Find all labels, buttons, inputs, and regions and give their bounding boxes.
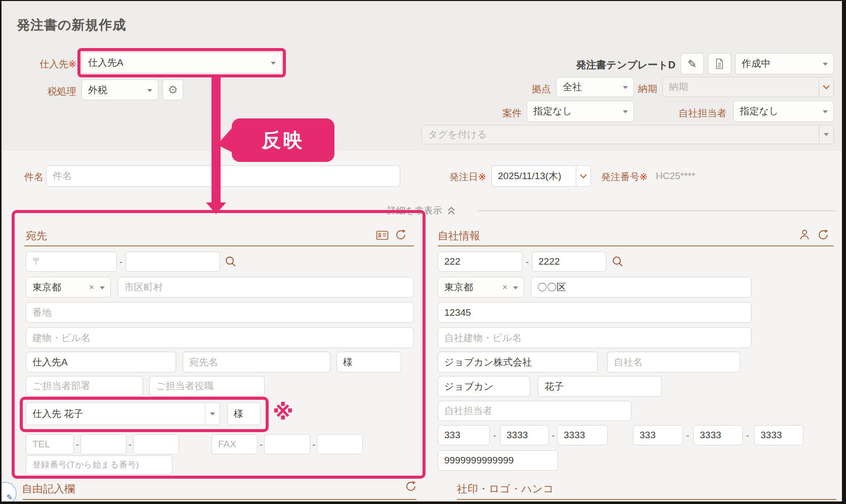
- chevron-down-icon: [822, 85, 830, 90]
- stamp-section-title: 社印・ロゴ・ハンコ: [457, 482, 554, 496]
- recipient-dept-input[interactable]: [26, 376, 143, 396]
- own-street-input[interactable]: [438, 302, 751, 323]
- delivery-date-field[interactable]: [662, 77, 834, 97]
- supplier-select[interactable]: 仕入先A: [81, 52, 282, 73]
- recipient-postal2-input[interactable]: [125, 251, 220, 272]
- search-icon[interactable]: [611, 255, 624, 268]
- edit-template-button[interactable]: [681, 53, 704, 74]
- base-value: 全社: [563, 80, 582, 94]
- own-building-input[interactable]: [438, 327, 751, 348]
- recipient-tel1-input[interactable]: [26, 434, 74, 454]
- clear-icon[interactable]: [502, 282, 507, 292]
- recipient-contact-select[interactable]: 仕入先 花子: [26, 402, 220, 425]
- own-postal2-input[interactable]: [532, 251, 606, 272]
- own-company-name-input[interactable]: [607, 352, 740, 372]
- own-fax2-input[interactable]: [693, 425, 743, 445]
- dash: -: [119, 257, 122, 268]
- contact-dropdown-button[interactable]: [205, 403, 220, 425]
- clear-icon[interactable]: [89, 282, 94, 292]
- order-date-input[interactable]: [492, 166, 576, 186]
- refresh-icon[interactable]: [818, 229, 830, 241]
- recipient-fax3-input[interactable]: [317, 434, 363, 454]
- recipient-building-input[interactable]: [26, 327, 414, 348]
- own-rep-input[interactable]: [438, 401, 631, 421]
- recipient-tel3-input[interactable]: [133, 434, 179, 454]
- stamp-button[interactable]: [724, 502, 760, 504]
- stamp-button[interactable]: [763, 502, 798, 504]
- hide-details-label: 詳細を非表示: [387, 204, 442, 217]
- own-rep-select[interactable]: 指定なし: [733, 101, 834, 122]
- dash: -: [686, 430, 689, 441]
- recipient-role-input[interactable]: [149, 376, 265, 396]
- project-select[interactable]: 指定なし: [527, 101, 634, 122]
- subject-input[interactable]: [46, 165, 400, 187]
- section-rule: [24, 245, 414, 246]
- order-number-value: HC25****: [656, 171, 695, 182]
- refresh-icon[interactable]: [405, 480, 417, 492]
- refresh-icon[interactable]: [395, 229, 407, 241]
- tag-field[interactable]: [421, 125, 834, 144]
- chevron-down-icon: [623, 86, 628, 89]
- own-tel2-input[interactable]: [500, 425, 549, 445]
- own-fax1-input[interactable]: [633, 425, 683, 445]
- document-button[interactable]: [708, 53, 731, 74]
- own-rep-value: 指定なし: [740, 105, 779, 118]
- own-tel3-input[interactable]: [557, 425, 608, 445]
- base-select[interactable]: 全社: [556, 77, 634, 97]
- divider: [14, 211, 380, 211]
- own-postal1-input[interactable]: [438, 251, 523, 272]
- recipient-contact-honorific-input[interactable]: [227, 402, 261, 425]
- dash: -: [76, 439, 79, 450]
- recipient-honorific-input[interactable]: [336, 352, 401, 372]
- own-firstname-input[interactable]: [538, 376, 662, 397]
- hide-details-toggle[interactable]: 詳細を非表示: [387, 204, 456, 217]
- recipient-section-title: 宛先: [26, 229, 47, 243]
- chevron-down-icon: [824, 133, 829, 136]
- tax-select[interactable]: 外税: [81, 79, 158, 100]
- own-city-input[interactable]: [531, 277, 751, 298]
- recipient-fax1-input[interactable]: [211, 434, 258, 454]
- delivery-date-input[interactable]: [663, 77, 819, 97]
- delivery-label: 納期: [638, 82, 657, 96]
- document-icon: [714, 58, 725, 69]
- chevron-down-icon: [823, 63, 828, 66]
- recipient-company-input[interactable]: [26, 352, 176, 372]
- recipient-fax2-input[interactable]: [264, 434, 310, 454]
- order-date-field[interactable]: [491, 165, 591, 187]
- dash: -: [552, 430, 555, 441]
- own-fax3-input[interactable]: [754, 425, 803, 445]
- chevron-down-icon: [210, 412, 215, 415]
- recipient-addressee-input[interactable]: [183, 352, 330, 372]
- template-name: 発注書テンプレートD: [531, 58, 675, 72]
- chevron-down-icon: [271, 62, 276, 65]
- own-company-input[interactable]: [438, 352, 598, 372]
- search-icon[interactable]: [224, 255, 237, 268]
- required-mark: ※: [68, 59, 76, 69]
- status-select[interactable]: 作成中: [735, 53, 834, 74]
- own-tel1-input[interactable]: [438, 425, 490, 445]
- recipient-city-input[interactable]: [118, 277, 414, 298]
- recipient-prefecture-select[interactable]: 東京都: [26, 277, 111, 298]
- delivery-date-picker-button[interactable]: [819, 77, 833, 97]
- supplier-value: 仕入先A: [88, 56, 123, 69]
- own-regno-input[interactable]: [438, 450, 558, 471]
- free-entry-textarea[interactable]: [24, 502, 415, 504]
- person-icon[interactable]: [798, 229, 811, 241]
- status-value: 作成中: [742, 57, 771, 70]
- dash: -: [129, 439, 132, 450]
- order-date-picker-button[interactable]: [576, 166, 590, 186]
- recipient-postal1-input[interactable]: [26, 251, 117, 272]
- recipient-tel2-input[interactable]: [80, 434, 126, 454]
- own-prefecture-select[interactable]: 東京都: [438, 277, 524, 298]
- tag-input[interactable]: [422, 125, 819, 144]
- required-mark: ※: [640, 172, 648, 182]
- dash: -: [526, 257, 529, 268]
- supplier-label: 仕入先※: [32, 58, 76, 71]
- contact-card-icon[interactable]: [376, 230, 389, 241]
- recipient-regno-input[interactable]: [26, 455, 173, 475]
- tag-dropdown-button[interactable]: [819, 125, 833, 144]
- recipient-street-input[interactable]: [26, 302, 414, 323]
- tax-settings-button[interactable]: [162, 79, 183, 100]
- section-rule: [457, 499, 836, 500]
- own-lastname-input[interactable]: [438, 376, 530, 397]
